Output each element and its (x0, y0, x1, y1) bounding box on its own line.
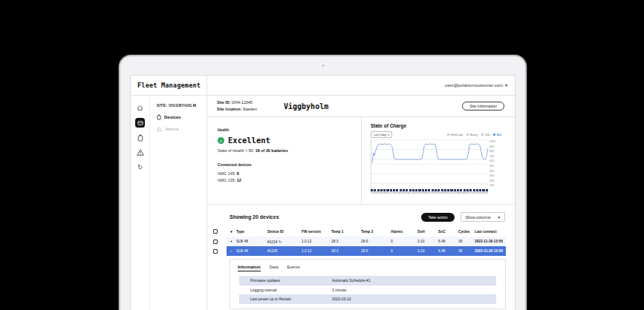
y-tick-label: 90% (489, 145, 501, 150)
info-label: Logging interval (239, 288, 332, 292)
cell-temp-1: 28.3 (331, 249, 361, 253)
sync-icon[interactable]: ↻ (135, 162, 145, 172)
devices-summary: Showing 20 devices (230, 214, 279, 220)
cell-soh: 3.10 (417, 240, 438, 243)
table-row[interactable]: −SLB-48#12351.0.1228.328.903.106.4839202… (213, 246, 506, 256)
nmc-135-line: NMC 135: 12 (218, 177, 351, 184)
legend-item[interactable]: Battery (466, 133, 478, 136)
x-tick-label: 12:00 (449, 192, 454, 194)
info-row: Logging interval1 minute (239, 286, 496, 295)
y-axis-labels: 100%90%80%70%60%50%40%30%20%10% (489, 139, 501, 188)
info-row: Firmware updatesAutomatic Schedule #1 (239, 276, 496, 286)
cell-cycles: 39 (458, 240, 475, 243)
x-tick-label: 12:00 (429, 192, 435, 194)
chevron-down-icon: ▾ (498, 215, 500, 220)
cell-last-connect: 2022-11-29 13:56 (475, 240, 506, 243)
connected-devices-label: Connected devices (218, 162, 351, 167)
site-information-button[interactable]: Site information (462, 102, 504, 111)
nmc-145-line: NMC 145: 8 (218, 171, 351, 177)
y-tick-label: 100% (489, 139, 501, 145)
legend-label: World Load (451, 133, 463, 136)
info-label: Last power up or Restart (239, 297, 332, 301)
battery-icon[interactable] (135, 133, 145, 142)
devices-table: ▾TypeDevice IDFW versionTemp 1Temp 2Alar… (213, 226, 506, 256)
y-tick-label: 20% (489, 179, 501, 184)
x-tick-label: 00:00 (439, 192, 444, 194)
column-header: SoH (417, 230, 438, 234)
devices-section: Showing 20 devices Take action Show colu… (207, 205, 515, 310)
x-tick-label: 06:00 (405, 192, 410, 194)
alarm-warning-icon[interactable] (135, 148, 145, 157)
chart-legend: World LoadBatteryGridSoC (447, 133, 501, 136)
health-status: Excellent (228, 136, 270, 145)
x-tick-label: 00:00 (478, 192, 484, 194)
cell-temp-2: 28.9 (361, 240, 391, 243)
app-title: Fleet Management (131, 76, 207, 95)
health-panel: Health ✓ Excellent State of Health > 80:… (207, 117, 362, 204)
sidebar-item-label: Alarms (165, 127, 179, 131)
select-all-checkbox[interactable] (213, 229, 218, 234)
cell-last-connect: 2022-11-29 13:56 (475, 249, 506, 253)
row-checkbox[interactable] (213, 240, 218, 244)
x-tick-label: 18:00 (395, 192, 400, 194)
x-tick-label: 18:00 (376, 192, 381, 194)
cell-device-id: #1235 (267, 249, 302, 253)
y-tick-label: 30% (489, 174, 501, 179)
site-location-value: Sweden (243, 107, 257, 111)
cell-alarms: 0 (391, 240, 417, 243)
cell-fw-version: 1.0.12 (302, 240, 331, 243)
legend-item[interactable]: World Load (447, 133, 463, 136)
user-email: user@polariumcustomer.com (445, 83, 503, 88)
x-tick-label: 18:00 (414, 192, 420, 194)
y-tick-label: 60% (489, 159, 501, 164)
row-expander[interactable]: + (227, 240, 236, 243)
tab-events[interactable]: Events (287, 265, 300, 271)
select-menu-chevron-icon[interactable]: ▾ (227, 230, 236, 234)
cell-temp-2: 28.9 (361, 249, 391, 253)
x-tick-label: 12:00 (371, 192, 376, 194)
sync-icon: ↻ (279, 240, 282, 244)
chart-title: State of Charge (371, 123, 515, 128)
sidebar-item-devices[interactable]: Devices (157, 114, 206, 120)
legend-item[interactable]: Grid (481, 133, 489, 136)
x-tick-label: 00:00 (458, 192, 464, 194)
dashboard-icon[interactable] (135, 118, 145, 128)
date-range-dropdown[interactable]: Last 3 days▾ (371, 131, 392, 138)
header-row-body: ▾TypeDevice IDFW versionTemp 1Temp 2Alar… (227, 226, 506, 237)
row-expander[interactable]: − (227, 249, 236, 253)
row-body: +SLB-48#1234↻1.0.1228.328.903.106.483920… (227, 237, 506, 246)
soc-line-chart (371, 139, 488, 188)
radio-icon (466, 133, 469, 136)
device-detail-panel: InformationDataEvents Firmware updatesAu… (230, 259, 506, 309)
tab-data[interactable]: Data (270, 265, 279, 271)
x-tick-label: 06:00 (386, 192, 391, 194)
row-body: −SLB-48#12351.0.1228.328.903.106.4839202… (227, 246, 506, 256)
tab-information[interactable]: Information (238, 265, 261, 271)
webcam-dot (322, 65, 324, 67)
cell-fw-version: 1.0.12 (302, 249, 331, 253)
take-action-button[interactable]: Take action (421, 213, 454, 222)
x-tick-label: 18:00 (473, 192, 478, 194)
x-tick-label: 00:00 (380, 192, 386, 194)
sidebar-item-alarms[interactable]: Alarms (157, 127, 206, 131)
info-row: Last power up or Restart2022-03-12 (239, 294, 496, 304)
legend-item[interactable]: SoC (493, 133, 501, 136)
table-row[interactable]: +SLB-48#1234↻1.0.1228.328.903.106.483920… (213, 237, 506, 246)
home-icon[interactable] (135, 103, 145, 113)
column-header: Alarms (391, 230, 417, 234)
soh-value: 18 of 20 batteries (256, 148, 288, 153)
header-checkbox-cell (213, 226, 227, 237)
y-tick-label: 40% (489, 169, 501, 174)
row-checkbox-cell (213, 246, 227, 256)
x-tick-label: 00:00 (420, 192, 425, 194)
soc-series-line (372, 144, 488, 163)
user-menu[interactable]: user@polariumcustomer.com ▾ (207, 76, 515, 95)
cell-device-id: #1234↻ (267, 240, 302, 244)
x-tick-label: 06:00 (483, 192, 488, 194)
app-screen: Fleet Management user@polariumcustomer.c… (130, 75, 515, 310)
x-tick-label: 12:00 (469, 192, 474, 194)
row-checkbox[interactable] (213, 249, 218, 254)
radio-icon (481, 133, 484, 136)
show-columns-dropdown[interactable]: Show columns▾ (461, 212, 505, 222)
x-tick-label: 12:00 (390, 192, 395, 194)
